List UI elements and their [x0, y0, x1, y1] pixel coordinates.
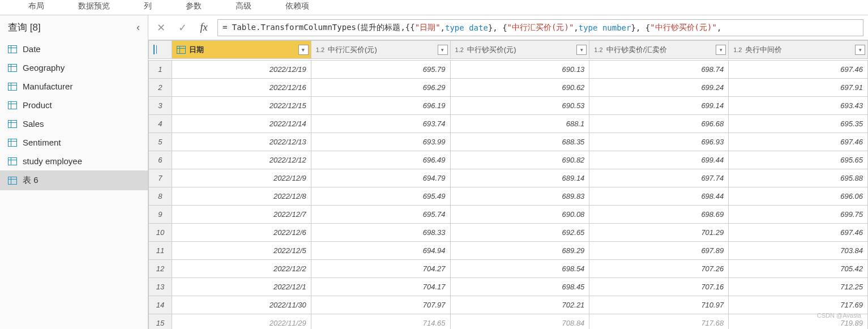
- cell[interactable]: 2022/12/13: [172, 133, 311, 151]
- filter-dropdown-icon[interactable]: ▾: [438, 45, 448, 55]
- formula-input[interactable]: = Table.TransformColumnTypes(提升的标题,{{ "日…: [217, 19, 863, 36]
- cell[interactable]: 702.21: [450, 296, 589, 314]
- cell[interactable]: 696.68: [589, 115, 729, 133]
- cell[interactable]: 2022/12/2: [172, 260, 311, 278]
- cell[interactable]: 695.65: [729, 151, 868, 169]
- cell[interactable]: 698.44: [589, 187, 729, 206]
- collapse-sidebar-icon[interactable]: ‹: [136, 22, 140, 33]
- table-row[interactable]: 132022/12/1704.17698.45707.16712.25: [149, 278, 868, 296]
- table-row[interactable]: 52022/12/13693.99688.35696.93697.46: [149, 133, 868, 151]
- table-row[interactable]: 112022/12/5694.94689.29697.89703.84: [149, 242, 868, 260]
- table-row[interactable]: 62022/12/12696.49690.82699.44695.65: [149, 151, 868, 169]
- column-header-sell[interactable]: 1.2中行钞卖价/汇卖价 ▾: [589, 41, 729, 59]
- cell[interactable]: 696.93: [589, 133, 729, 151]
- cell[interactable]: 2022/12/12: [172, 151, 311, 169]
- cell[interactable]: 708.84: [450, 314, 589, 330]
- row-number[interactable]: 13: [149, 278, 172, 296]
- cell[interactable]: 690.82: [450, 151, 589, 169]
- cell[interactable]: 696.49: [311, 151, 450, 169]
- cell[interactable]: 697.46: [729, 61, 868, 79]
- row-number[interactable]: 14: [149, 296, 172, 314]
- cell[interactable]: 2022/12/7: [172, 206, 311, 224]
- table-row[interactable]: 42022/12/14693.74688.1696.68695.35: [149, 115, 868, 133]
- row-number[interactable]: 5: [149, 133, 172, 151]
- row-number[interactable]: 3: [149, 97, 172, 115]
- column-header-date[interactable]: 日期 ▾: [172, 41, 311, 59]
- cell[interactable]: 694.94: [311, 242, 450, 260]
- query-item-sales[interactable]: Sales: [0, 114, 148, 133]
- query-item-geography[interactable]: Geography: [0, 58, 148, 77]
- cell[interactable]: 714.65: [311, 314, 450, 330]
- table-row[interactable]: 142022/11/30707.97702.21710.97717.69: [149, 296, 868, 314]
- ribbon-tab[interactable]: 列: [144, 0, 152, 12]
- cell[interactable]: 689.29: [450, 242, 589, 260]
- filter-dropdown-icon[interactable]: ▾: [298, 45, 309, 55]
- cell[interactable]: 692.65: [450, 224, 589, 242]
- cell[interactable]: 717.68: [589, 314, 729, 330]
- cell[interactable]: 707.16: [589, 278, 729, 296]
- row-number[interactable]: 8: [149, 187, 172, 206]
- filter-dropdown-icon[interactable]: ▾: [576, 45, 587, 55]
- cell[interactable]: 697.46: [729, 133, 868, 151]
- cell[interactable]: 699.44: [589, 151, 729, 169]
- cell[interactable]: 690.08: [450, 206, 589, 224]
- column-header-cashbuy[interactable]: 1.2中行钞买价(元) ▾: [450, 41, 589, 59]
- cell[interactable]: 697.91: [729, 79, 868, 97]
- cell[interactable]: 701.29: [589, 224, 729, 242]
- query-item-product[interactable]: Product: [0, 96, 148, 114]
- cell[interactable]: 699.14: [589, 97, 729, 115]
- cell[interactable]: 693.99: [311, 133, 450, 151]
- cell[interactable]: 2022/12/8: [172, 187, 311, 206]
- cell[interactable]: 707.97: [311, 296, 450, 314]
- cell[interactable]: 2022/12/1: [172, 278, 311, 296]
- cell[interactable]: 2022/12/19: [172, 61, 311, 79]
- cell[interactable]: 689.83: [450, 187, 589, 206]
- filter-dropdown-icon[interactable]: ▾: [716, 45, 726, 55]
- filter-dropdown-icon[interactable]: ▾: [855, 45, 865, 55]
- row-number[interactable]: 12: [149, 260, 172, 278]
- ribbon-tab[interactable]: 高级: [236, 0, 251, 12]
- ribbon-tab[interactable]: 依赖项: [285, 0, 309, 12]
- cell[interactable]: 2022/12/16: [172, 79, 311, 97]
- cell[interactable]: 703.84: [729, 242, 868, 260]
- cell[interactable]: 2022/12/15: [172, 97, 311, 115]
- table-row[interactable]: 22022/12/16696.29690.62699.24697.91: [149, 79, 868, 97]
- cell[interactable]: 712.25: [729, 278, 868, 296]
- query-item-date[interactable]: Date: [0, 40, 148, 58]
- cell[interactable]: 707.26: [589, 260, 729, 278]
- cell[interactable]: 696.29: [311, 79, 450, 97]
- query-item-table6[interactable]: 表 6: [0, 170, 148, 190]
- cell[interactable]: 2022/12/6: [172, 224, 311, 242]
- cell[interactable]: 690.62: [450, 79, 589, 97]
- cell[interactable]: 694.79: [311, 169, 450, 187]
- row-number[interactable]: 4: [149, 115, 172, 133]
- grid-corner[interactable]: [149, 41, 172, 59]
- column-header-mid[interactable]: 1.2央行中间价 ▾: [729, 41, 868, 59]
- cell[interactable]: 695.35: [729, 115, 868, 133]
- cell[interactable]: 699.75: [729, 206, 868, 224]
- cell[interactable]: 696.19: [311, 97, 450, 115]
- cell[interactable]: 704.17: [311, 278, 450, 296]
- table-row[interactable]: 72022/12/9694.79689.14697.74695.88: [149, 169, 868, 187]
- cancel-formula-icon[interactable]: ✕: [153, 20, 169, 36]
- cell[interactable]: 710.97: [589, 296, 729, 314]
- table-row[interactable]: 82022/12/8695.49689.83698.44696.06: [149, 187, 868, 206]
- cell[interactable]: 695.88: [729, 169, 868, 187]
- cell[interactable]: 698.69: [589, 206, 729, 224]
- row-number[interactable]: 9: [149, 206, 172, 224]
- cell[interactable]: 2022/11/29: [172, 314, 311, 330]
- row-number[interactable]: 11: [149, 242, 172, 260]
- table-row[interactable]: 32022/12/15696.19690.53699.14693.43: [149, 97, 868, 115]
- cell[interactable]: 697.74: [589, 169, 729, 187]
- row-number[interactable]: 10: [149, 224, 172, 242]
- cell[interactable]: 688.1: [450, 115, 589, 133]
- table-row[interactable]: 12022/12/19695.79690.13698.74697.46: [149, 61, 868, 79]
- cell[interactable]: 2022/12/9: [172, 169, 311, 187]
- cell[interactable]: 698.33: [311, 224, 450, 242]
- cell[interactable]: 2022/12/14: [172, 115, 311, 133]
- accept-formula-icon[interactable]: ✓: [174, 20, 190, 36]
- cell[interactable]: 696.06: [729, 187, 868, 206]
- cell[interactable]: 698.45: [450, 278, 589, 296]
- fx-icon[interactable]: fx: [196, 20, 212, 36]
- ribbon-tab[interactable]: 参数: [186, 0, 202, 12]
